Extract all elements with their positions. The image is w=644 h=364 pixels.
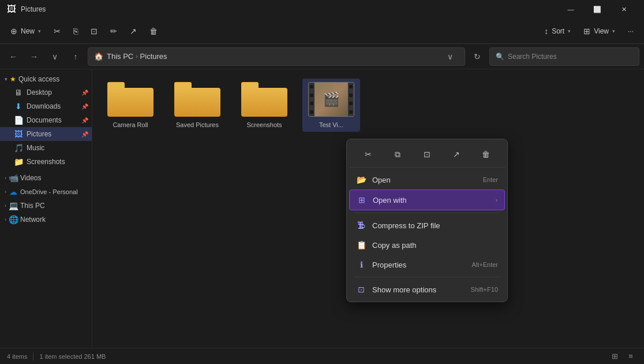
dropdown-button[interactable]: ∨ xyxy=(46,48,63,65)
ctx-open-with-arrow: › xyxy=(496,197,497,203)
rename-button[interactable]: ✏ xyxy=(104,21,123,41)
status-bar: 4 items 1 item selected 261 MB ⊞ ≡ xyxy=(0,348,644,364)
ctx-paste-button[interactable]: ⊡ xyxy=(418,145,436,164)
ctx-separator-2 xyxy=(354,277,500,277)
screenshots-folder-icon xyxy=(241,82,287,117)
status-divider xyxy=(33,352,33,361)
share-icon: ↗ xyxy=(130,27,137,36)
sidebar: ▾ ★ Quick access 🖥 Desktop 📌 ⬇ Downloads… xyxy=(0,69,92,348)
title-bar: 🖼 Pictures — ⬜ ✕ xyxy=(0,0,644,18)
back-button[interactable]: ← xyxy=(5,48,22,65)
ctx-copy-path-icon: 📋 xyxy=(356,240,366,250)
more-icon: ··· xyxy=(628,27,634,35)
rename-icon: ✏ xyxy=(110,27,117,36)
sidebar-item-music[interactable]: 🎵 Music xyxy=(0,141,92,155)
search-bar[interactable]: 🔍 Search Pictures xyxy=(489,47,639,66)
ctx-more-options-icon: ⊡ xyxy=(356,284,366,295)
ctx-compress-label: Compress to ZIP file xyxy=(372,221,498,230)
videos-chevron: › xyxy=(5,175,6,181)
delete-icon: 🗑 xyxy=(149,27,158,36)
folder-test-video[interactable]: 🎬 Test Vi... xyxy=(302,79,360,132)
film-hole xyxy=(310,94,313,97)
sidebar-item-documents[interactable]: 📄 Documents 📌 xyxy=(0,113,92,127)
ctx-separator-1 xyxy=(354,213,500,213)
ctx-cut-button[interactable]: ✂ xyxy=(359,145,377,164)
address-dropdown-button[interactable]: ∨ xyxy=(441,48,459,65)
close-button[interactable]: ✕ xyxy=(611,0,637,18)
delete-button[interactable]: 🗑 xyxy=(144,21,163,41)
ctx-properties-shortcut: Alt+Enter xyxy=(471,261,498,268)
camera-roll-icon xyxy=(107,82,153,117)
desktop-icon: 🖥 xyxy=(14,88,23,97)
folder-screenshots[interactable]: Screenshots xyxy=(235,79,293,132)
up-button[interactable]: ↑ xyxy=(67,48,84,65)
ctx-share-button[interactable]: ↗ xyxy=(447,145,466,164)
refresh-button[interactable]: ↻ xyxy=(469,48,486,65)
app-icon: 🖼 xyxy=(7,5,16,14)
ctx-properties-item[interactable]: ℹ Properties Alt+Enter xyxy=(349,255,505,274)
videos-header[interactable]: › 📹 Videos xyxy=(0,171,92,185)
grid-view-button[interactable]: ⊞ xyxy=(608,350,621,363)
ctx-copy-path-item[interactable]: 📋 Copy as path xyxy=(349,235,505,255)
video-play-icon: 🎬 xyxy=(323,91,340,107)
film-hole xyxy=(310,110,313,114)
network-icon: 🌐 xyxy=(9,215,18,224)
ctx-more-options-shortcut: Shift+F10 xyxy=(471,286,498,293)
documents-label: Documents xyxy=(27,116,62,124)
ctx-open-with-item[interactable]: ⊞ Open with › xyxy=(349,190,505,210)
saved-pictures-icon xyxy=(174,82,220,117)
videos-label: Videos xyxy=(20,174,41,182)
onedrive-header[interactable]: › ☁ OneDrive - Personal xyxy=(0,185,92,199)
ctx-share-icon: ↗ xyxy=(453,150,460,159)
sidebar-item-desktop[interactable]: 🖥 Desktop 📌 xyxy=(0,86,92,99)
address-dropdown-icon: ∨ xyxy=(447,52,453,61)
ctx-delete-button[interactable]: 🗑 xyxy=(477,145,495,164)
quick-access-header[interactable]: ▾ ★ Quick access xyxy=(0,73,92,86)
ctx-open-with-icon: ⊞ xyxy=(357,195,367,205)
ctx-copy-button[interactable]: ⧉ xyxy=(388,145,407,164)
film-hole xyxy=(349,110,353,114)
list-view-button[interactable]: ≡ xyxy=(624,350,637,363)
view-button[interactable]: ⊞ View ▾ xyxy=(578,21,621,41)
folder-saved-pictures[interactable]: Saved Pictures xyxy=(169,79,226,132)
context-menu-toolbar: ✂ ⧉ ⊡ ↗ 🗑 xyxy=(349,142,505,168)
cut-icon: ✂ xyxy=(54,27,61,36)
screenshots-label: Screenshots xyxy=(27,158,65,166)
new-button[interactable]: ⊕ New ▾ xyxy=(5,21,47,41)
screenshots-icon: 📁 xyxy=(14,157,23,166)
test-video-label: Test Vi... xyxy=(319,121,343,128)
toolbar: ⊕ New ▾ ✂ ⎘ ⊡ ✏ ↗ 🗑 ↕ Sort ▾ ⊞ View ▾ ··… xyxy=(0,18,644,44)
videos-icon: 📹 xyxy=(9,173,18,183)
ctx-open-item[interactable]: 📂 Open Enter xyxy=(349,170,505,190)
onedrive-label: OneDrive - Personal xyxy=(20,188,78,195)
cut-button[interactable]: ✂ xyxy=(48,21,66,41)
new-icon: ⊕ xyxy=(10,27,17,36)
maximize-button[interactable]: ⬜ xyxy=(584,0,611,18)
share-button[interactable]: ↗ xyxy=(124,21,143,41)
ctx-open-shortcut: Enter xyxy=(483,176,498,183)
copy-icon: ⎘ xyxy=(73,27,78,36)
more-button[interactable]: ··· xyxy=(622,21,639,41)
sidebar-item-downloads[interactable]: ⬇ Downloads 📌 xyxy=(0,99,92,113)
address-bar[interactable]: 🏠 This PC › Pictures ∨ xyxy=(88,47,465,66)
copy-button[interactable]: ⎘ xyxy=(68,21,84,41)
minimize-button[interactable]: — xyxy=(557,0,584,18)
network-header[interactable]: › 🌐 Network xyxy=(0,213,92,226)
forward-button[interactable]: → xyxy=(25,48,43,65)
saved-pictures-label: Saved Pictures xyxy=(176,121,219,128)
sidebar-item-pictures[interactable]: 🖼 Pictures 📌 xyxy=(0,127,92,141)
ctx-properties-icon: ℹ xyxy=(356,259,366,270)
paste-button[interactable]: ⊡ xyxy=(85,21,103,41)
sidebar-item-screenshots[interactable]: 📁 Screenshots xyxy=(0,155,92,169)
ctx-more-options-item[interactable]: ⊡ Show more options Shift+F10 xyxy=(349,280,505,299)
folder-camera-roll[interactable]: Camera Roll xyxy=(102,79,159,132)
context-menu: ✂ ⧉ ⊡ ↗ 🗑 📂 Open Enter ⊞ Open with › 🗜 C… xyxy=(346,139,508,302)
sort-icon: ↕ xyxy=(544,27,548,36)
ctx-copy-icon: ⧉ xyxy=(395,150,400,159)
search-icon: 🔍 xyxy=(496,53,504,61)
ctx-compress-item[interactable]: 🗜 Compress to ZIP file xyxy=(349,216,505,235)
ctx-open-with-label: Open with xyxy=(373,196,490,205)
network-label: Network xyxy=(20,216,46,224)
sort-button[interactable]: ↕ Sort ▾ xyxy=(538,21,576,41)
thispc-header[interactable]: › 💻 This PC xyxy=(0,199,92,213)
